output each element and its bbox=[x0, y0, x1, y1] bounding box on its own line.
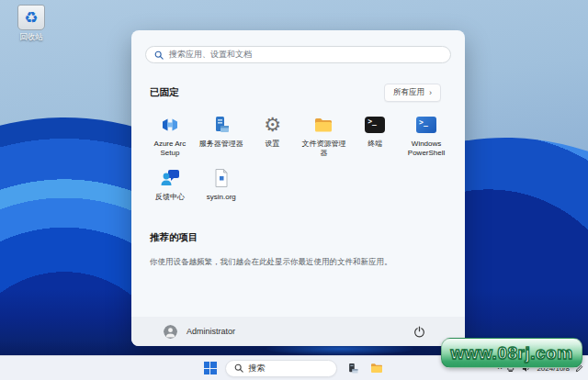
power-button[interactable] bbox=[412, 324, 426, 339]
recycle-bin-icon: ♻ bbox=[17, 5, 45, 30]
watermark-text: www.08rj.com bbox=[450, 343, 572, 363]
pinned-app-settings[interactable]: ⚙ 设置 bbox=[247, 109, 299, 159]
app-label: Windows PowerShell bbox=[402, 140, 450, 157]
pinned-app-powershell[interactable]: >_ Windows PowerShell bbox=[401, 109, 452, 159]
all-apps-button[interactable]: 所有应用 › bbox=[384, 84, 441, 102]
app-label: Azure Arc Setup bbox=[146, 140, 194, 157]
pinned-app-terminal[interactable]: >_ 终端 bbox=[349, 109, 401, 159]
start-search-input[interactable]: 搜索应用、设置和文档 bbox=[145, 46, 451, 63]
recycle-symbol: ♻ bbox=[24, 10, 38, 26]
pinned-app-sysin[interactable]: sysin.org bbox=[196, 162, 247, 204]
app-label: 设置 bbox=[266, 140, 280, 149]
pinned-section-title: 已固定 bbox=[150, 86, 179, 99]
recycle-bin-shortcut[interactable]: ♻ 回收站 bbox=[9, 5, 53, 43]
pinned-app-feedback-hub[interactable]: 反馈中心 bbox=[144, 162, 196, 204]
file-explorer-icon bbox=[312, 113, 334, 137]
taskbar-search-label: 搜索 bbox=[249, 363, 266, 374]
all-apps-label: 所有应用 bbox=[393, 87, 424, 98]
document-icon bbox=[210, 166, 232, 190]
start-menu-user-bar: Administrator bbox=[131, 317, 465, 346]
taskbar-search-box[interactable]: 搜索 bbox=[225, 360, 337, 377]
server-manager-icon bbox=[210, 113, 232, 137]
azure-arc-icon bbox=[159, 113, 181, 137]
app-label: 终端 bbox=[368, 140, 382, 149]
pinned-app-azure-arc[interactable]: Azure Arc Setup bbox=[144, 109, 196, 159]
settings-gear-icon: ⚙ bbox=[264, 113, 281, 137]
app-label: 文件资源管理器 bbox=[300, 140, 347, 157]
recommended-empty-text: 你使用设备越频繁，我们越会在此处显示你最近使用的文件和新应用。 bbox=[150, 257, 447, 268]
start-button[interactable] bbox=[204, 362, 217, 374]
chevron-right-icon: › bbox=[429, 88, 432, 97]
feedback-hub-icon bbox=[159, 166, 181, 190]
user-avatar[interactable] bbox=[164, 325, 177, 339]
pinned-apps-grid: Azure Arc Setup 服务器管理器 ⚙ bbox=[144, 109, 452, 204]
gear-glyph: ⚙ bbox=[264, 116, 281, 135]
taskbar-file-explorer-icon[interactable] bbox=[369, 361, 385, 376]
terminal-icon: >_ bbox=[365, 113, 385, 137]
app-label: 反馈中心 bbox=[155, 193, 185, 202]
desktop: ♻ 回收站 搜索应用、设置和文档 已固定 所有应用 › bbox=[0, 0, 588, 380]
app-label: 服务器管理器 bbox=[199, 140, 243, 149]
terminal-prompt-glyph: >_ bbox=[365, 117, 385, 133]
app-label: sysin.org bbox=[207, 193, 236, 202]
search-icon bbox=[234, 363, 243, 373]
power-icon bbox=[413, 326, 425, 338]
recycle-bin-label: 回收站 bbox=[9, 32, 53, 43]
start-menu: 搜索应用、设置和文档 已固定 所有应用 › Azure Arc Setup bbox=[131, 30, 465, 346]
user-name[interactable]: Administrator bbox=[187, 327, 235, 336]
taskbar-server-manager-icon[interactable] bbox=[345, 361, 361, 376]
powershell-icon: >_ bbox=[416, 113, 436, 137]
watermark-badge: www.08rj.com bbox=[441, 338, 582, 368]
search-icon bbox=[154, 50, 164, 60]
search-placeholder: 搜索应用、设置和文档 bbox=[169, 49, 252, 61]
recommended-section-title: 推荐的项目 bbox=[150, 231, 447, 244]
pinned-app-file-explorer[interactable]: 文件资源管理器 bbox=[298, 109, 349, 159]
pinned-app-server-manager[interactable]: 服务器管理器 bbox=[196, 109, 247, 159]
powershell-prompt-glyph: >_ bbox=[416, 117, 436, 133]
